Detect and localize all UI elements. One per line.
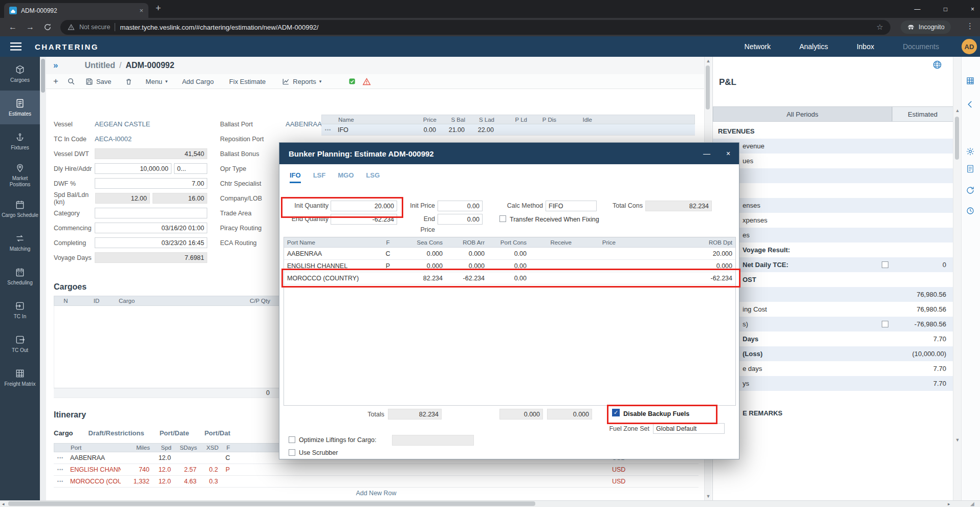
tab-lsf[interactable]: LSF <box>313 171 326 183</box>
col-s-bal[interactable]: S Bal <box>440 117 468 123</box>
search-icon[interactable] <box>68 78 75 85</box>
optimize-cargo-field[interactable] <box>392 435 474 446</box>
col-n[interactable]: N <box>54 298 77 304</box>
tab-lsg[interactable]: LSG <box>366 171 380 183</box>
reload-button[interactable] <box>39 23 56 31</box>
col-name[interactable]: Name <box>335 117 396 123</box>
address-bar[interactable]: Not secure master.tyche.veslink.com/#cha… <box>60 20 890 35</box>
init-price-field[interactable]: 0.00 <box>438 201 483 211</box>
sidebar-item-matching[interactable]: Matching <box>0 226 40 259</box>
document-icon[interactable] <box>966 164 975 173</box>
window-minimize-button[interactable]: — <box>906 0 929 18</box>
fuel-zone-field[interactable]: Global Default <box>653 423 725 434</box>
main-scrollbar-thumb[interactable] <box>706 65 710 109</box>
not-secure-label[interactable]: Not secure <box>79 24 110 31</box>
voyage-days-field[interactable]: 7.6981 <box>95 252 207 263</box>
calc-method-field[interactable]: FIFO <box>546 201 597 211</box>
ports-grid-row[interactable]: ENGLISH CHANNEL P 0.000 0.000 0.00 0.000 <box>284 260 735 272</box>
ports-grid-row-morocco[interactable]: MOROCCO (COUNTRY) 82.234 -62.234 0.00 -6… <box>284 272 735 284</box>
resize-grip-icon[interactable]: ◢ <box>970 501 974 506</box>
category-field[interactable] <box>95 208 207 218</box>
col-p-dis[interactable]: P Dis <box>530 117 559 123</box>
sidebar-item-fixtures[interactable]: Fixtures <box>0 124 40 158</box>
total-cons-field[interactable]: 82.234 <box>645 201 712 211</box>
transfer-received-checkbox[interactable] <box>499 215 506 222</box>
sidebar-item-tc-in[interactable]: TC In <box>0 293 40 327</box>
tab-port-dat[interactable]: Port/Dat <box>204 429 230 437</box>
tab-cargo[interactable]: Cargo <box>54 429 73 437</box>
refresh-icon[interactable] <box>966 186 975 195</box>
gear-icon[interactable] <box>966 147 975 156</box>
nav-inbox[interactable]: Inbox <box>857 42 874 51</box>
row-handle-icon[interactable]: ••• <box>54 455 67 460</box>
scroll-down-icon[interactable]: ▼ <box>953 437 962 443</box>
tab-ifo[interactable]: IFO <box>290 171 301 183</box>
use-scrubber-checkbox[interactable] <box>289 449 295 456</box>
sidebar-item-tc-out[interactable]: TC Out <box>0 327 40 361</box>
sidebar-item-freight-matrix[interactable]: Freight Matrix <box>0 361 40 394</box>
init-quantity-field[interactable]: 20.000 <box>331 201 397 211</box>
left-scrollbar-thumb[interactable] <box>41 59 45 93</box>
scroll-up-icon[interactable]: ▲ <box>953 108 962 113</box>
col-f[interactable]: F <box>381 239 395 246</box>
browser-tab[interactable]: ADM-000992 × <box>4 3 148 18</box>
breadcrumb-untitled[interactable]: Untitled <box>84 61 115 70</box>
col-miles[interactable]: Miles <box>121 445 153 451</box>
window-close-button[interactable]: × <box>961 0 980 18</box>
nav-documents[interactable]: Documents <box>903 42 939 51</box>
tc-in-code-field[interactable]: AECA-I0002 <box>95 135 207 143</box>
sidebar-item-estimates[interactable]: Estimates <box>0 91 40 124</box>
row-handle-icon[interactable]: ••• <box>54 479 67 484</box>
window-maximize-button[interactable]: □ <box>934 0 957 18</box>
col-port[interactable]: Port <box>68 445 121 451</box>
pnl-period-header[interactable]: All Periods <box>713 106 892 122</box>
bookmark-star-icon[interactable]: ☆ <box>877 23 883 32</box>
browser-menu-icon[interactable]: ⋮ <box>966 21 974 31</box>
col-p-ld[interactable]: P Ld <box>497 117 530 123</box>
new-tab-button[interactable]: + <box>156 3 161 14</box>
col-rob-arr[interactable]: ROB Arr <box>446 239 488 246</box>
delete-icon[interactable] <box>125 78 133 85</box>
addr-field[interactable]: 0... <box>174 163 207 174</box>
scroll-up-icon[interactable]: ▲ <box>705 58 712 63</box>
dly-hire-field[interactable]: 10,000.00 <box>95 163 171 174</box>
vessel-dwt-field[interactable]: 41,540 <box>95 148 207 159</box>
tab-mgo[interactable]: MGO <box>338 171 354 183</box>
reports-button[interactable]: Reports▾ <box>282 78 321 85</box>
cost-checkbox[interactable] <box>882 321 888 327</box>
col-s-lad[interactable]: S Lad <box>468 117 497 123</box>
totals-field[interactable]: 82.234 <box>388 409 442 420</box>
col-sdays[interactable]: SDays <box>175 445 200 451</box>
sidebar-item-market-positions[interactable]: Market Positions <box>0 158 40 192</box>
end-price-field[interactable]: 0.00 <box>438 214 483 225</box>
globe-icon[interactable] <box>932 60 942 70</box>
back-button[interactable]: ← <box>4 23 21 32</box>
tab-port-date[interactable]: Port/Date <box>160 429 189 437</box>
sidebar-item-cargo-schedule[interactable]: Cargo Schedule <box>0 192 40 226</box>
col-price[interactable]: Price <box>575 239 619 246</box>
completing-field[interactable]: 03/23/20 16:45 <box>95 237 207 248</box>
user-avatar[interactable]: AD <box>962 39 977 54</box>
sidebar-item-cargoes[interactable]: Cargoes <box>0 57 40 91</box>
nav-analytics[interactable]: Analytics <box>799 42 828 51</box>
col-cargo[interactable]: Cargo <box>116 298 213 304</box>
vessel-field[interactable]: AEGEAN CASTLE <box>95 120 207 128</box>
col-port-cons[interactable]: Port Cons <box>488 239 530 246</box>
itinerary-row[interactable]: ••• ENGLISH CHANNEL 740 12.0 2.57 0.2 P … <box>54 464 699 476</box>
col-xsd[interactable]: XSD <box>200 445 222 451</box>
pnl-estimated-header[interactable]: Estimated <box>892 106 953 122</box>
hamburger-menu-icon[interactable] <box>10 42 21 51</box>
scroll-down-icon[interactable]: ▼ <box>705 494 712 499</box>
col-f[interactable]: F <box>222 445 235 451</box>
ports-grid-row[interactable]: AABENRAA C 0.000 0.000 0.00 20.000 <box>284 248 735 260</box>
col-price[interactable]: Price <box>396 117 440 123</box>
totals-receive-field[interactable]: 0.000 <box>499 409 543 420</box>
col-id[interactable]: ID <box>77 298 116 304</box>
add-icon[interactable]: + <box>53 76 58 86</box>
commencing-field[interactable]: 03/16/20 01:00 <box>95 223 207 233</box>
optimize-liftings-checkbox[interactable] <box>289 436 295 443</box>
tce-checkbox[interactable] <box>882 261 888 268</box>
scroll-right-icon[interactable]: ▸ <box>948 501 950 506</box>
table-grid-icon[interactable] <box>966 76 975 85</box>
add-cargo-button[interactable]: Add Cargo <box>182 78 214 85</box>
